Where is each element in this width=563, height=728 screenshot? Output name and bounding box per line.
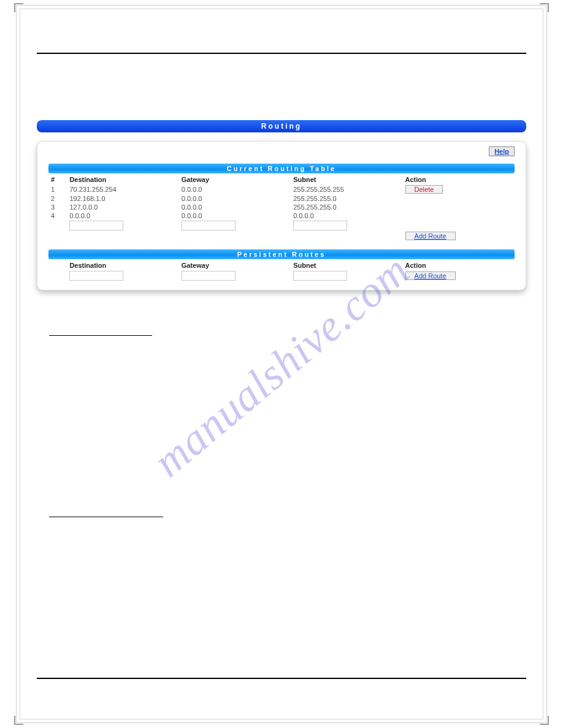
routing-panel: Help Current Routing Table # Destination…: [37, 141, 526, 290]
table-row: 2 192.168.1.0 0.0.0.0 255.255.255.0: [48, 194, 515, 203]
cell-sub: 255.255.255.0: [291, 194, 402, 203]
add-route-button[interactable]: Add Route: [405, 232, 456, 240]
new-gw-input[interactable]: [182, 221, 236, 230]
cell-num: 4: [48, 211, 67, 220]
page-frame: Routing Help Current Routing Table # Des…: [0, 0, 563, 728]
cell-dest: 192.168.1.0: [67, 194, 178, 203]
col-sub-header: Subnet: [291, 175, 402, 184]
cell-gw: 0.0.0.0: [179, 211, 291, 220]
delete-button[interactable]: Delete: [405, 185, 443, 194]
col-act-header: Action: [403, 175, 515, 184]
section-underline-1: [49, 327, 152, 336]
cell-sub: 255.255.255.255: [291, 184, 402, 194]
top-rule: [37, 53, 526, 54]
table-row-inputs: Add Route: [48, 270, 515, 281]
col-dest-header-p: Destination: [67, 260, 178, 270]
cell-sub: 0.0.0.0: [291, 211, 402, 220]
bottom-rule: [37, 678, 526, 679]
corner-bracket-br-icon: [538, 715, 550, 726]
current-routing-table: # Destination Gateway Subnet Action 1 70…: [48, 175, 515, 241]
table-row: 3 127.0.0.0 0.0.0.0 255.255.255.0: [48, 203, 515, 211]
routing-title-bar: Routing: [37, 120, 526, 132]
persistent-routes-table: Destination Gateway Subnet Action Ad: [48, 260, 515, 281]
col-dest-header: Destination: [67, 175, 178, 184]
cell-dest: 127.0.0.0: [67, 203, 178, 211]
persist-subnet-input[interactable]: [293, 271, 347, 281]
cell-num: 3: [48, 203, 67, 211]
cell-gw: 0.0.0.0: [179, 194, 291, 203]
cell-dest: 70.231.255.254: [67, 184, 178, 194]
corner-bracket-tr-icon: [538, 2, 550, 13]
page-content: Routing Help Current Routing Table # Des…: [37, 25, 526, 703]
col-gw-header: Gateway: [179, 175, 291, 184]
col-gw-header-p: Gateway: [179, 260, 291, 270]
table-row: 1 70.231.255.254 0.0.0.0 255.255.255.255…: [48, 184, 515, 194]
add-persistent-route-button[interactable]: Add Route: [405, 271, 456, 280]
section-underline-2: [49, 509, 163, 517]
cell-sub: 255.255.255.0: [291, 203, 402, 211]
persist-dest-input[interactable]: [69, 271, 123, 281]
table-row: 4 0.0.0.0 0.0.0.0 0.0.0.0: [48, 211, 515, 220]
router-config-figure: Routing Help Current Routing Table # Des…: [37, 120, 526, 290]
persist-gw-input[interactable]: [182, 271, 236, 281]
new-dest-input[interactable]: [69, 221, 123, 230]
cell-gw: 0.0.0.0: [179, 184, 291, 194]
col-act-header-p: Action: [403, 260, 515, 270]
table-row-inputs: [48, 220, 515, 231]
table-row-add: Add Route: [48, 231, 515, 241]
corner-bracket-bl-icon: [13, 715, 25, 726]
col-num-header: #: [48, 175, 67, 184]
cell-num: 1: [48, 184, 67, 194]
current-routing-table-bar: Current Routing Table: [48, 164, 515, 173]
help-button[interactable]: Help: [489, 146, 515, 156]
cell-dest: 0.0.0.0: [67, 211, 178, 220]
cell-num: 2: [48, 194, 67, 203]
col-sub-header-p: Subnet: [291, 260, 402, 270]
new-subnet-input[interactable]: [293, 221, 347, 230]
corner-bracket-tl-icon: [13, 2, 25, 13]
cell-gw: 0.0.0.0: [179, 203, 291, 211]
persistent-routes-bar: Persistent Routes: [48, 249, 515, 259]
